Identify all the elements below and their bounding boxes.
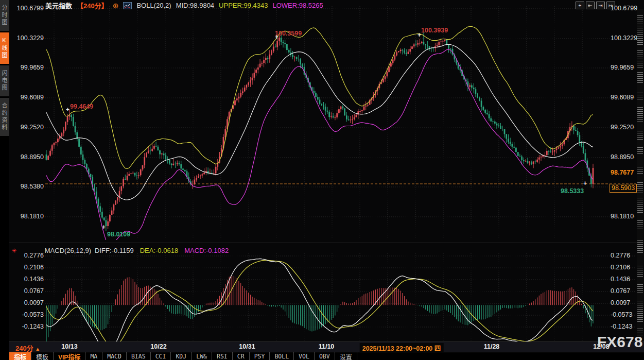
indicator-tab-9[interactable]: RSI <box>212 352 233 360</box>
macd-tick-left: 0.0767 <box>12 287 44 295</box>
time-label: 10/13 <box>61 343 77 350</box>
macd-tick-right: 0.2776 <box>611 252 630 259</box>
macd-tick-left: -0.0573 <box>12 311 44 318</box>
add-indicator-icon[interactable]: ⊕ <box>113 3 119 9</box>
indicator-tab-1[interactable]: 模板 <box>31 352 54 360</box>
extreme-marker-icon: + <box>583 180 587 187</box>
chart-toolbar-icons: +⇤⇥↦ <box>576 2 615 9</box>
scroll-texture <box>637 147 643 156</box>
scroll-texture <box>637 93 643 100</box>
boll-mid-value: MID:98.9804 <box>176 2 214 9</box>
macd-diff-value: DIFF:-0.1159 <box>95 247 134 254</box>
macd-dea-value: DEA:-0.0618 <box>140 247 178 254</box>
sidebar-item-0[interactable]: 分时图 <box>0 0 9 31</box>
scroll-texture <box>637 198 643 213</box>
macd-tick-right: -0.1243 <box>611 323 632 330</box>
macd-tick-left: 0.2776 <box>12 252 44 259</box>
time-label: 11/28 <box>484 343 500 350</box>
extreme-price-label: 100.3599 <box>275 30 302 37</box>
macd-tick-left: 0.1436 <box>12 276 44 283</box>
sidebar-item-2[interactable]: 闪电图 <box>0 65 9 96</box>
macd-tick-left: 0.2106 <box>12 264 44 271</box>
extreme-price-label: 100.3939 <box>421 27 448 34</box>
chart-type-icon[interactable] <box>123 2 132 9</box>
macd-tick-right: 0.0097 <box>611 299 630 306</box>
period-label: 【240分】 <box>77 1 108 10</box>
indicator-tab-4[interactable]: MACD <box>102 352 127 360</box>
time-label: 10/31 <box>239 343 255 350</box>
extreme-marker-icon: + <box>66 106 69 113</box>
indicator-tab-14[interactable]: OBV <box>315 352 335 360</box>
scroll-texture <box>637 15 643 45</box>
watermark: FX678 <box>597 333 642 351</box>
scroll-texture <box>637 266 643 277</box>
macd-tick-right: -0.0573 <box>611 311 632 318</box>
extreme-marker-icon: + <box>417 31 421 39</box>
time-axis: 240分 ▲ 10/1310/2210/3111/1011/2812/08202… <box>9 341 644 352</box>
candlestick-macd-chart[interactable] <box>0 0 644 360</box>
macd-axis-left: 0.27760.21060.14360.07670.0097-0.0573-0.… <box>12 0 44 360</box>
scroll-texture <box>637 72 643 84</box>
extreme-price-label: 98.5333 <box>561 187 584 195</box>
macd-tick-right: 0.2106 <box>611 264 630 271</box>
sidebar-item-3[interactable]: 合约资料 <box>0 98 9 136</box>
period-arrow-icon: ▲ <box>35 346 40 352</box>
extreme-price-label: 99.4649 <box>70 103 93 110</box>
indicator-tab-3[interactable]: MA <box>85 352 102 360</box>
period-text: 240分 <box>15 345 33 352</box>
macd-tick-left: -0.1243 <box>12 323 44 330</box>
scroll-texture <box>637 50 643 69</box>
indicator-tab-0[interactable]: 指标 <box>9 352 31 360</box>
scroll-texture <box>637 182 643 194</box>
indicator-tab-2[interactable]: VIP指标 <box>54 352 85 360</box>
scroll-texture <box>637 131 643 141</box>
indicator-tabbar: 指标模板VIP指标MAMACDBIASCCIKDJLW&RSICRPSYBOLL… <box>9 352 644 360</box>
indicator-tab-8[interactable]: LW& <box>192 352 212 360</box>
macd-tick-right: 0.1436 <box>611 276 630 283</box>
macd-tick-right: 0.0767 <box>611 287 630 295</box>
indicator-tab-11[interactable]: PSY <box>250 352 270 360</box>
scroll-texture <box>637 240 643 253</box>
indicator-tab-6[interactable]: CCI <box>151 352 171 360</box>
time-label: 11/10 <box>319 343 335 350</box>
indicator-tab-13[interactable]: VOL <box>294 352 315 360</box>
pan-icon[interactable]: + <box>576 2 584 9</box>
indicator-tab-10[interactable]: CR <box>233 352 250 360</box>
right-scroll-strip[interactable] <box>637 9 643 339</box>
indicator-tab-15[interactable]: 设置 <box>335 352 357 360</box>
compress-bars-icon[interactable]: ⇤ <box>586 2 595 9</box>
scroll-texture <box>637 284 643 294</box>
scroll-texture <box>637 220 643 230</box>
scroll-texture <box>637 107 643 123</box>
expand-bars-icon[interactable]: ⇥ <box>596 2 605 9</box>
left-sidebar: 分时图K线图闪电图合约资料 <box>0 0 9 360</box>
indicator-tab-12[interactable]: BOLL <box>270 352 294 360</box>
macd-macd-value: MACD:-0.1082 <box>184 247 229 254</box>
trading-terminal: 分时图K线图闪电图合约资料 美元指数 【240分】 ⊕ BOLL(20,2) M… <box>0 0 644 360</box>
extreme-marker-icon: + <box>275 33 279 41</box>
macd-tick-left: 0.0097 <box>12 299 44 306</box>
extreme-price-label: 98.0109 <box>107 231 130 238</box>
indicator-tab-5[interactable]: BIAS <box>127 352 151 360</box>
extreme-marker-icon: + <box>102 224 106 231</box>
boll-upper-value: UPPER:99.4343 <box>219 2 268 9</box>
indicator-tab-7[interactable]: KDJ <box>171 352 192 360</box>
scroll-texture <box>637 301 643 322</box>
scroll-texture <box>637 167 643 174</box>
symbol-name: 美元指数 <box>45 1 72 10</box>
time-label: 10/22 <box>150 343 166 350</box>
macd-title: MACD(26,12,9) <box>45 247 91 254</box>
chart-header: 美元指数 【240分】 ⊕ BOLL(20,2) MID:98.9804 UPP… <box>45 1 323 10</box>
macd-header: ☀ MACD(26,12,9) DIFF:-0.1159 DEA:-0.0618… <box>11 247 229 254</box>
sidebar-item-1[interactable]: K线图 <box>0 32 9 64</box>
boll-indicator-label: BOLL(20,2) <box>136 2 171 9</box>
boll-lower-value: LOWER:98.5265 <box>273 2 323 9</box>
